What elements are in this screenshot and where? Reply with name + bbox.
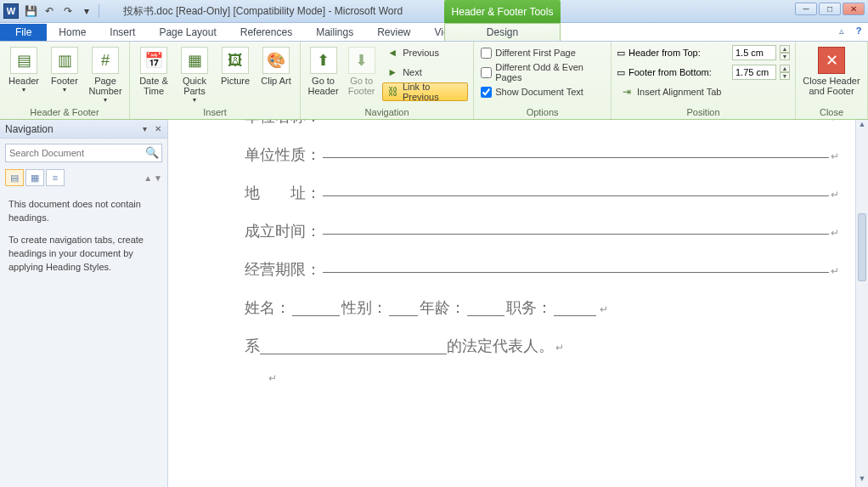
paragraph-mark: ↵ [268,365,839,391]
qat-undo[interactable]: ↶ [41,3,58,20]
footer-from-bottom-label: Footer from Bottom: [628,67,729,77]
doc-label-pos: 职务： [506,289,552,327]
doc-line [323,139,829,158]
scroll-down-icon[interactable]: ▼ [856,474,868,487]
navigation-pane-title: Navigation [5,123,54,135]
different-first-page-checkbox[interactable]: Different First Page [479,43,606,62]
picture-button[interactable]: 🖼Picture [217,43,254,86]
clip-art-icon: 🎨 [262,47,290,74]
nav-prev-icon[interactable]: ▲ [144,173,152,183]
tab-mailings[interactable]: Mailings [304,24,365,41]
doc-line [292,297,340,316]
doc-line [323,254,829,273]
nav-message-2: To create navigation tabs, create headin… [8,234,159,275]
group-insert: Insert [135,105,295,119]
date-time-icon: 📅 [140,47,167,74]
link-to-previous-button[interactable]: ⛓Link to Previous [382,82,468,101]
footer-icon: ▥ [51,47,78,74]
group-position: Position [617,105,790,119]
close-window-button[interactable]: ✕ [843,3,865,15]
nav-tab-pages[interactable]: ▦ [25,169,44,186]
clip-art-button[interactable]: 🎨Clip Art [257,43,295,86]
header-from-top-label: Header from Top: [628,48,729,58]
document-area[interactable]: 单位名称：↵ 单位性质：↵ 地 址：↵ 成立时间：↵ 经营期限：↵ 姓名： 性别… [168,120,868,487]
tab-references[interactable]: References [228,24,304,41]
link-icon: ⛓ [386,85,399,99]
scroll-thumb[interactable] [858,213,866,281]
footer-from-bottom-input[interactable] [732,65,776,80]
doc-label-term: 经营期限： [245,251,321,289]
ribbon: ▤Header▾ ▥Footer▾ #Page Number▾ Header &… [0,42,868,120]
next-icon: ► [386,65,399,79]
doc-line [260,336,447,354]
window-title: 投标书.doc [Read-Only] [Compatibility Mode]… [123,4,403,19]
footer-bottom-up[interactable]: ▲ [780,65,790,72]
doc-label-xi: 系 [245,327,260,365]
tab-review[interactable]: Review [365,24,422,41]
ribbon-tabs: File Home Insert Page Layout References … [0,23,868,42]
header-top-up[interactable]: ▲ [780,45,790,53]
header-icon: ▤ [10,47,37,74]
contextual-tab-header: Header & Footer Tools [444,0,561,23]
doc-line [554,297,596,316]
doc-line [389,297,418,316]
close-header-footer-button[interactable]: ✕Close Header and Footer [801,43,862,96]
insert-alignment-tab-button[interactable]: ⇥Insert Alignment Tab [617,82,790,101]
footer-bottom-down[interactable]: ▼ [780,72,790,80]
search-input[interactable] [5,144,162,162]
close-icon: ✕ [818,47,845,74]
doc-label-age: 年龄： [420,289,465,327]
nav-message-1: This document does not contain headings. [8,198,159,225]
date-time-button[interactable]: 📅Date & Time [135,43,172,96]
nav-tab-headings[interactable]: ▤ [5,169,24,186]
group-navigation: Navigation [306,105,468,119]
doc-line [323,178,829,196]
doc-label-founded: 成立时间： [245,212,321,251]
scroll-up-icon[interactable]: ▲ [856,120,868,133]
header-top-down[interactable]: ▼ [780,53,790,60]
qat-customize[interactable]: ▾ [78,3,95,20]
group-options: Options [479,105,606,119]
help-icon[interactable]: ? [851,24,866,37]
quick-parts-button[interactable]: ▦Quick Parts▾ [176,43,213,104]
tab-file[interactable]: File [0,24,47,41]
doc-line [467,297,504,316]
maximize-button[interactable]: □ [819,3,841,15]
doc-label-sex: 性别： [341,289,387,327]
goto-header-button[interactable]: ⬆Go to Header [306,43,341,96]
picture-icon: 🖼 [222,47,249,74]
nav-dropdown-icon[interactable]: ▾ [138,123,150,135]
next-button[interactable]: ►Next [382,63,468,82]
qat-redo[interactable]: ↷ [59,3,76,20]
nav-tab-results[interactable]: ≡ [46,169,65,186]
different-odd-even-checkbox[interactable]: Different Odd & Even Pages [479,63,606,82]
nav-next-icon[interactable]: ▼ [154,173,162,183]
qat-save[interactable]: 💾 [22,3,39,20]
header-button[interactable]: ▤Header▾ [5,43,42,93]
minimize-button[interactable]: ─ [795,3,817,15]
tab-insert[interactable]: Insert [98,24,147,41]
doc-label-rep: 的法定代表人。 [447,327,554,365]
alignment-tab-icon: ⇥ [620,85,634,99]
quick-parts-icon: ▦ [181,47,208,74]
tab-page-layout[interactable]: Page Layout [147,24,228,41]
page-number-icon: # [92,47,119,74]
header-top-icon: ▭ [617,48,625,59]
tab-design[interactable]: Design [444,23,561,41]
tab-home[interactable]: Home [47,24,98,41]
vertical-scrollbar[interactable]: ▲ ▼ [855,120,868,487]
group-close: Close [801,105,862,119]
page-number-button[interactable]: #Page Number▾ [87,43,124,104]
doc-label-name: 姓名： [245,289,290,327]
header-from-top-input[interactable] [732,45,776,60]
doc-line [323,216,829,235]
navigation-pane: Navigation ▾ ✕ 🔍 ▤ ▦ ≡ ▲ ▼ This document… [0,120,168,487]
show-document-text-checkbox[interactable]: Show Document Text [479,82,606,101]
previous-button[interactable]: ◄Previous [382,43,468,62]
footer-button[interactable]: ▥Footer▾ [46,43,83,93]
nav-close-icon[interactable]: ✕ [152,123,164,135]
ribbon-minimize-icon[interactable]: ▵ [834,24,849,37]
goto-footer-icon: ⬇ [348,47,375,74]
search-icon[interactable]: 🔍 [145,146,159,159]
doc-label-address: 地 址： [245,174,321,212]
